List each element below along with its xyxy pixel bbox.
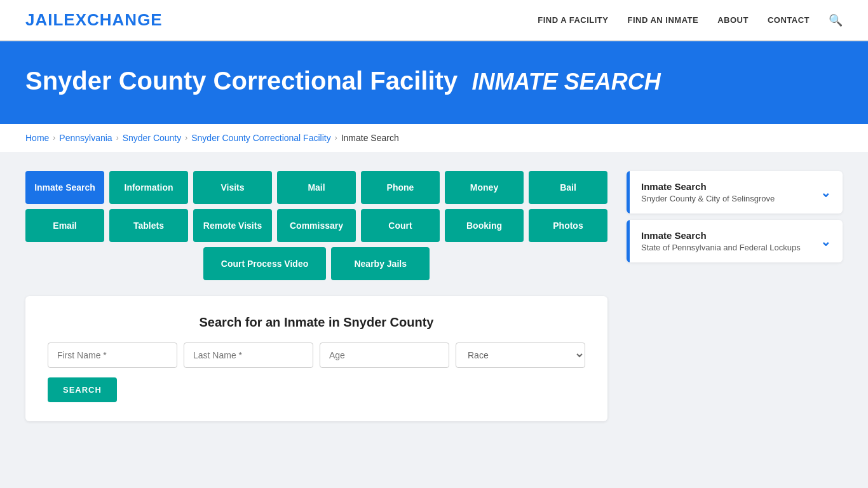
sidebar-card-sub-2: State of Pennsylvania and Federal Lockup… (641, 243, 801, 252)
tab-information[interactable]: Information (109, 171, 188, 204)
tab-inmate-search[interactable]: Inmate Search (25, 171, 104, 204)
sep-1: › (53, 133, 55, 142)
nav-find-inmate[interactable]: FIND AN INMATE (627, 15, 698, 25)
nav-about[interactable]: ABOUT (717, 15, 749, 25)
tab-phone[interactable]: Phone (361, 171, 440, 204)
first-name-input[interactable] (48, 342, 177, 368)
hero-title: Snyder County Correctional Facility INMA… (25, 67, 843, 95)
page-type: INMATE SEARCH (471, 69, 660, 95)
search-icon-button[interactable]: 🔍 (829, 13, 843, 27)
tab-nearby-jails[interactable]: Nearby Jails (331, 247, 430, 280)
nav-contact[interactable]: CONTACT (768, 15, 810, 25)
tabs-row-2: Email Tablets Remote Visits Commissary C… (25, 209, 607, 242)
sidebar-card-text-2: Inmate Search State of Pennsylvania and … (641, 230, 801, 252)
tab-remote-visits[interactable]: Remote Visits (193, 209, 272, 242)
main-nav: FIND A FACILITY FIND AN INMATE ABOUT CON… (538, 13, 843, 27)
age-input[interactable] (320, 342, 449, 368)
breadcrumb-facility[interactable]: Snyder County Correctional Facility (191, 133, 330, 143)
tab-mail[interactable]: Mail (277, 171, 356, 204)
breadcrumb-pennsylvania[interactable]: Pennsylvania (59, 133, 112, 143)
chevron-down-icon-1: ⌄ (820, 185, 831, 200)
form-name-row: Race White Black Hispanic Asian Other (48, 342, 585, 368)
tab-email[interactable]: Email (25, 209, 104, 242)
breadcrumb: Home › Pennsylvania › Snyder County › Sn… (0, 124, 868, 152)
tab-court-process-video[interactable]: Court Process Video (203, 247, 326, 280)
chevron-down-icon-2: ⌄ (820, 234, 831, 249)
nav-find-facility[interactable]: FIND A FACILITY (538, 15, 608, 25)
search-button[interactable]: SEARCH (48, 377, 117, 402)
sidebar-card-sub-1: Snyder County & City of Selinsgrove (641, 194, 775, 203)
tab-money[interactable]: Money (445, 171, 524, 204)
tab-court[interactable]: Court (361, 209, 440, 242)
breadcrumb-current: Inmate Search (341, 133, 399, 143)
tabs-row-1: Inmate Search Information Visits Mail Ph… (25, 171, 607, 204)
tab-commissary[interactable]: Commissary (277, 209, 356, 242)
logo-jail: JAIL (25, 10, 64, 29)
logo[interactable]: JAILEXCHANGE (25, 10, 163, 30)
breadcrumb-snyder-county[interactable]: Snyder County (123, 133, 182, 143)
sidebar-card-inner-1: Inmate Search Snyder County & City of Se… (627, 171, 843, 214)
sidebar-card-text-1: Inmate Search Snyder County & City of Se… (641, 181, 775, 203)
sep-3: › (185, 133, 187, 142)
hero-banner: Snyder County Correctional Facility INMA… (0, 41, 868, 124)
tab-photos[interactable]: Photos (529, 209, 607, 242)
race-select[interactable]: Race White Black Hispanic Asian Other (456, 342, 585, 368)
tab-bail[interactable]: Bail (529, 171, 607, 204)
sidebar-card-inner-2: Inmate Search State of Pennsylvania and … (627, 220, 843, 262)
sidebar-card-2[interactable]: Inmate Search State of Pennsylvania and … (627, 220, 843, 262)
sidebar-card-1[interactable]: Inmate Search Snyder County & City of Se… (627, 171, 843, 214)
header: JAILEXCHANGE FIND A FACILITY FIND AN INM… (0, 0, 868, 41)
sep-2: › (116, 133, 119, 142)
sep-4: › (335, 133, 337, 142)
tabs-section: Inmate Search Information Visits Mail Ph… (25, 171, 607, 280)
sidebar-card-title-1: Inmate Search (641, 181, 775, 192)
main-content: Inmate Search Information Visits Mail Ph… (0, 152, 868, 440)
sidebar-card-title-2: Inmate Search (641, 230, 801, 241)
tab-visits[interactable]: Visits (193, 171, 272, 204)
tab-booking[interactable]: Booking (445, 209, 524, 242)
logo-exchange: EXCHANGE (64, 10, 162, 29)
search-form-container: Search for an Inmate in Snyder County Ra… (25, 296, 607, 421)
breadcrumb-home[interactable]: Home (25, 133, 49, 143)
tab-tablets[interactable]: Tablets (109, 209, 188, 242)
last-name-input[interactable] (184, 342, 313, 368)
search-form-title: Search for an Inmate in Snyder County (48, 315, 585, 330)
tabs-row-3: Court Process Video Nearby Jails (25, 247, 607, 280)
left-column: Inmate Search Information Visits Mail Ph… (25, 171, 607, 421)
right-sidebar: Inmate Search Snyder County & City of Se… (627, 171, 843, 269)
facility-name: Snyder County Correctional Facility (25, 67, 458, 95)
